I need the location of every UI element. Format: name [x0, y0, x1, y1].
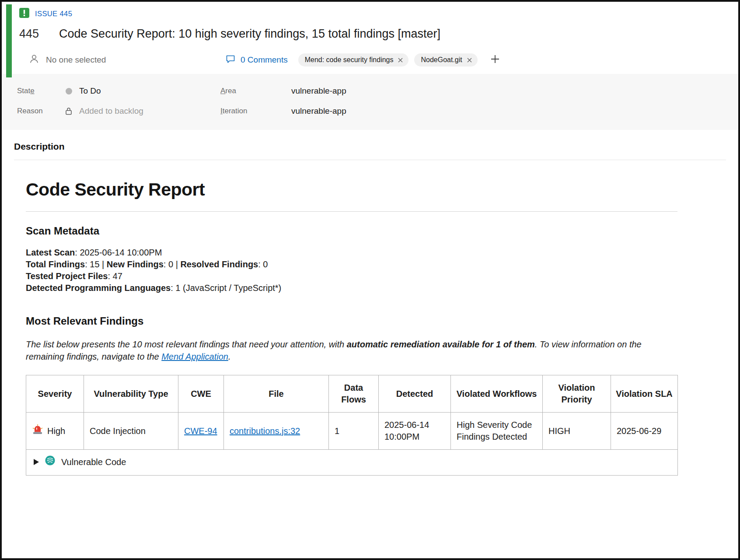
details-row: Vulnerable Code — [26, 450, 678, 476]
violation-priority-cell: HIGH — [543, 413, 611, 450]
fields-section: State To Do Area vulnerable-app Reason A… — [2, 74, 738, 130]
table-row: High Code Injection CWE-94 contributions… — [26, 413, 678, 450]
comment-bubble-icon — [226, 54, 235, 66]
separator: : — [164, 259, 168, 269]
state-label: State — [17, 87, 64, 95]
cwe-link[interactable]: CWE-94 — [184, 426, 217, 436]
scan-metadata-heading: Scan Metadata — [26, 225, 677, 237]
col-header-severity: Severity — [26, 375, 84, 413]
latest-scan-value: 2025-06-14 10:00PM — [80, 248, 162, 257]
latest-scan-label: Latest Scan — [26, 248, 75, 257]
work-item-type-label[interactable]: ISSUE 445 — [35, 10, 72, 18]
intro-bold-text: automatic remediation available for 1 of… — [347, 340, 535, 349]
iteration-field[interactable]: Iteration vulnerable-app — [220, 101, 738, 121]
table-header-row: Severity Vulnerability Type CWE File Dat… — [26, 375, 678, 413]
work-item-page: ISSUE 445 445 Code Security Report: 10 h… — [0, 0, 740, 560]
iteration-label: Iteration — [220, 107, 285, 116]
col-header-cwe: CWE — [178, 375, 224, 413]
tag-list: Mend: code security findings NodeGoat.gi… — [298, 53, 500, 66]
separator: : — [258, 259, 263, 269]
triangle-right-icon — [34, 459, 39, 465]
separator: : — [85, 259, 90, 269]
col-header-detected: Detected — [379, 375, 451, 413]
separator: : — [108, 271, 112, 281]
most-relevant-findings-heading: Most Relevant Findings — [26, 315, 677, 327]
file-cell: contributions.js:32 — [224, 413, 329, 450]
tested-files-value: 47 — [113, 271, 122, 281]
severity-value: High — [47, 425, 65, 437]
work-item-title[interactable]: Code Security Report: 10 high severity f… — [59, 27, 440, 41]
horizontal-rule — [26, 211, 677, 212]
area-field[interactable]: Area vulnerable-app — [220, 81, 738, 101]
report-title: Code Security Report — [26, 179, 677, 200]
rotating-light-icon — [32, 424, 43, 438]
add-tag-button[interactable] — [490, 54, 500, 66]
reason-value[interactable]: Added to backlog — [79, 106, 143, 116]
lock-icon — [64, 107, 73, 116]
description-heading: Description — [14, 141, 726, 152]
languages-label: Detected Programming Languages — [26, 283, 171, 293]
work-item-header: ISSUE 445 445 Code Security Report: 10 h… — [2, 2, 738, 69]
assignee-picker[interactable]: No one selected — [29, 54, 226, 66]
assignee-label: No one selected — [46, 55, 106, 65]
col-header-violation-sla: Violation SLA — [611, 375, 678, 413]
violated-workflows-cell: High Severity Code Findings Detected — [451, 413, 543, 450]
comments-label: 0 Comments — [241, 55, 288, 65]
description-divider — [14, 160, 726, 160]
tested-files-label: Tested Project Files — [26, 271, 108, 281]
resolved-findings-value: 0 — [263, 259, 268, 269]
state-field[interactable]: State To Do — [17, 81, 220, 101]
area-value[interactable]: vulnerable-app — [291, 86, 346, 96]
vulnerable-code-expander-cell: Vulnerable Code — [26, 450, 678, 476]
description-section: Description Code Security Report Scan Me… — [2, 130, 738, 476]
reason-label: Reason — [17, 107, 64, 116]
meta-row: No one selected 0 Comments Mend: code se… — [29, 51, 738, 69]
state-value[interactable]: To Do — [79, 86, 101, 96]
col-header-violated-workflows: Violated Workflows — [451, 375, 543, 413]
separator: : — [75, 248, 80, 257]
mend-application-link[interactable]: Mend Application — [161, 352, 228, 361]
plus-icon — [490, 54, 500, 66]
comments-link[interactable]: 0 Comments — [226, 54, 288, 66]
tag-pill[interactable]: Mend: code security findings — [298, 53, 409, 66]
tag-label: Mend: code security findings — [305, 56, 394, 64]
close-icon[interactable] — [467, 58, 472, 63]
col-header-vulnerability-type: Vulnerability Type — [84, 375, 178, 413]
detected-cell: 2025-06-14 10:00PM — [379, 413, 451, 450]
vulnerability-type-cell: Code Injection — [84, 413, 178, 450]
separator: : — [171, 283, 175, 293]
findings-table: Severity Vulnerability Type CWE File Dat… — [26, 375, 678, 476]
separator: | — [173, 259, 180, 269]
resolved-findings-label: Resolved Findings — [180, 259, 258, 269]
file-link[interactable]: contributions.js:32 — [230, 426, 300, 436]
col-header-data-flows: Data Flows — [329, 375, 379, 413]
tag-pill[interactable]: NodeGoat.git — [414, 53, 477, 66]
area-label: Area — [220, 87, 285, 95]
severity-cell: High — [26, 413, 84, 450]
intro-text: . — [228, 352, 231, 361]
tag-label: NodeGoat.git — [421, 56, 462, 64]
description-body: Code Security Report Scan Metadata Lates… — [14, 179, 677, 476]
reason-field[interactable]: Reason Added to backlog — [17, 101, 220, 121]
work-item-type-color-bar — [6, 4, 12, 77]
col-header-file: File — [224, 375, 329, 413]
iteration-value[interactable]: vulnerable-app — [291, 106, 346, 116]
cwe-cell: CWE-94 — [178, 413, 224, 450]
title-row: 445 Code Security Report: 10 high severi… — [19, 27, 738, 41]
findings-intro: The list below presents the 10 most rele… — [26, 339, 673, 363]
new-findings-value: 0 — [168, 259, 173, 269]
scan-metadata-text: Latest Scan: 2025-06-14 10:00PM Total Fi… — [26, 247, 677, 294]
close-icon[interactable] — [398, 58, 403, 63]
new-findings-label: New Findings — [107, 259, 164, 269]
languages-value: 1 (JavaScript / TypeScript*) — [175, 283, 281, 293]
work-item-type-row: ISSUE 445 — [19, 8, 738, 19]
issue-icon — [19, 8, 29, 20]
person-icon — [29, 54, 39, 66]
vulnerable-code-expander[interactable]: Vulnerable Code — [34, 455, 672, 469]
vulnerable-code-label: Vulnerable Code — [61, 456, 126, 468]
intro-text: The list below presents the 10 most rele… — [26, 340, 347, 349]
state-dot — [64, 88, 73, 94]
data-flows-cell: 1 — [329, 413, 379, 450]
violation-sla-cell: 2025-06-29 — [611, 413, 678, 450]
total-findings-label: Total Findings — [26, 259, 85, 269]
